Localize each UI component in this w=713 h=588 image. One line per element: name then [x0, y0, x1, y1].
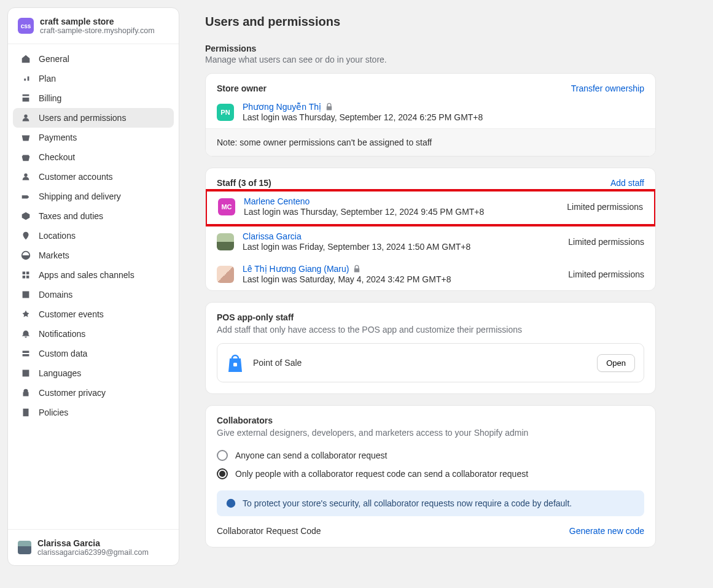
staff-row[interactable]: Clarissa GarciaLast login was Friday, Se…: [206, 225, 655, 258]
store-badge: css: [18, 18, 34, 34]
pos-sub: Add staff that only have access to the P…: [217, 325, 644, 335]
sidebar-item-shipping-and-delivery[interactable]: Shipping and delivery: [13, 187, 174, 206]
collab-opt2-label: Only people with a collaborator request …: [235, 469, 528, 479]
nav-icon: [20, 309, 31, 320]
sidebar-item-label: Locations: [39, 231, 76, 241]
sidebar-item-label: Domains: [39, 290, 72, 300]
store-name: craft sample store: [40, 17, 155, 26]
staff-last-login: Last login was Friday, September 13, 202…: [243, 242, 559, 252]
sidebar-item-locations[interactable]: Locations: [13, 226, 174, 246]
sidebar-item-plan[interactable]: Plan: [13, 69, 174, 88]
owner-note: Note: some owner permissions can't be as…: [206, 128, 655, 156]
collaborators-card: Collaborators Give external designers, d…: [205, 405, 656, 547]
sidebar-item-label: Billing: [39, 93, 61, 103]
nav-icon: [20, 348, 31, 359]
owner-last-login: Last login was Thursday, September 12, 2…: [243, 112, 644, 122]
sidebar-item-label: Customer events: [39, 309, 104, 319]
nav-icon: [20, 93, 31, 104]
sidebar-item-label: Checkout: [39, 152, 75, 162]
sidebar-item-billing[interactable]: Billing: [13, 88, 174, 108]
staff-avatar: MC: [218, 198, 235, 215]
nav-icon: [20, 132, 31, 143]
owner-name-link[interactable]: Phương Nguyễn Thị: [243, 102, 644, 112]
page-title: Users and permissions: [205, 15, 656, 29]
sidebar-item-label: Custom data: [39, 349, 87, 358]
staff-title: Staff (3 of 15): [217, 178, 271, 188]
open-pos-button[interactable]: Open: [597, 354, 635, 372]
staff-name-link[interactable]: Marlene Centeno: [244, 196, 558, 206]
sidebar-item-label: Notifications: [39, 329, 85, 339]
collab-option-code-only[interactable]: Only people with a collaborator request …: [217, 465, 644, 483]
svg-rect-0: [233, 363, 237, 366]
sidebar-item-label: Taxes and duties: [39, 211, 103, 221]
staff-permission-label: Limited permissions: [567, 202, 643, 212]
nav-icon: [20, 152, 31, 163]
nav-icon: [20, 73, 31, 84]
collab-opt1-label: Anyone can send a collaborator request: [235, 451, 388, 460]
sidebar-item-markets[interactable]: Markets: [13, 246, 174, 265]
staff-row[interactable]: MCMarlene CentenoLast login was Thursday…: [205, 189, 656, 226]
staff-card: Staff (3 of 15) Add staff MCMarlene Cent…: [205, 168, 656, 291]
permissions-sub: Manage what users can see or do in your …: [205, 55, 656, 64]
nav-icon: [20, 368, 31, 379]
sidebar-item-checkout[interactable]: Checkout: [13, 147, 174, 167]
settings-sidebar: css craft sample store craft-sample-stor…: [7, 7, 179, 566]
sidebar-item-languages[interactable]: Languages: [13, 363, 174, 383]
current-user-email: clarissagarcia62399@gmail.com: [37, 548, 149, 557]
radio-icon: [217, 468, 228, 479]
owner-avatar: PN: [217, 104, 234, 121]
sidebar-item-domains[interactable]: Domains: [13, 285, 174, 304]
store-owner-title: Store owner: [217, 83, 267, 93]
lock-icon: [325, 103, 333, 111]
sidebar-item-label: Markets: [39, 250, 69, 260]
sidebar-user[interactable]: Clarissa Garcia clarissagarcia62399@gmai…: [8, 529, 179, 565]
staff-permission-label: Limited permissions: [568, 237, 644, 247]
sidebar-item-customer-accounts[interactable]: Customer accounts: [13, 167, 174, 187]
sidebar-item-label: Plan: [39, 74, 56, 83]
collab-security-banner: To protect your store's security, all co…: [217, 490, 644, 516]
current-user-name: Clarissa Garcia: [37, 538, 149, 548]
info-icon: [225, 498, 236, 509]
staff-name-link[interactable]: Clarissa Garcia: [243, 231, 559, 241]
sidebar-item-label: Languages: [39, 368, 81, 378]
pos-channel-row: Point of Sale Open: [217, 343, 644, 382]
generate-code-link[interactable]: Generate new code: [569, 526, 644, 536]
sidebar-item-payments[interactable]: Payments: [13, 128, 174, 147]
sidebar-item-label: Shipping and delivery: [39, 191, 121, 201]
pos-title: POS app-only staff: [217, 312, 644, 322]
sidebar-item-label: Customer privacy: [39, 388, 106, 398]
add-staff-link[interactable]: Add staff: [610, 178, 644, 188]
sidebar-item-notifications[interactable]: Notifications: [13, 324, 174, 344]
sidebar-item-users-and-permissions[interactable]: Users and permissions: [13, 108, 174, 128]
sidebar-item-custom-data[interactable]: Custom data: [13, 344, 174, 363]
staff-name-link[interactable]: Lê Thị Hương Giang (Maru): [243, 264, 559, 274]
shopping-bag-icon: [226, 352, 244, 373]
staff-last-login: Last login was Thursday, September 12, 2…: [244, 207, 558, 217]
nav-icon: [20, 328, 31, 339]
store-header[interactable]: css craft sample store craft-sample-stor…: [8, 8, 179, 44]
transfer-ownership-link[interactable]: Transfer ownership: [571, 83, 644, 93]
sidebar-item-customer-events[interactable]: Customer events: [13, 304, 174, 324]
staff-row[interactable]: Lê Thị Hương Giang (Maru)Last login was …: [206, 258, 655, 290]
nav-icon: [20, 171, 31, 182]
main-content: Users and permissions Permissions Manage…: [194, 7, 710, 566]
lock-icon: [353, 265, 361, 273]
collab-banner-text: To protect your store's security, all co…: [243, 498, 572, 508]
sidebar-item-policies[interactable]: Policies: [13, 403, 174, 422]
nav-icon: [20, 53, 31, 64]
settings-nav: GeneralPlanBillingUsers and permissionsP…: [8, 44, 179, 529]
sidebar-item-apps-and-sales-channels[interactable]: Apps and sales channels: [13, 265, 174, 285]
sidebar-item-taxes-and-duties[interactable]: Taxes and duties: [13, 206, 174, 226]
nav-icon: [20, 289, 31, 300]
collab-option-anyone[interactable]: Anyone can send a collaborator request: [217, 446, 644, 465]
sidebar-item-general[interactable]: General: [13, 49, 174, 69]
pos-label: Point of Sale: [253, 358, 588, 368]
sidebar-item-label: Policies: [39, 408, 68, 417]
sidebar-item-customer-privacy[interactable]: Customer privacy: [13, 383, 174, 403]
owner-row[interactable]: PN Phương Nguyễn Thị Last login was Thur…: [206, 96, 655, 128]
pos-staff-card: POS app-only staff Add staff that only h…: [205, 302, 656, 394]
nav-icon: [20, 387, 31, 398]
staff-permission-label: Limited permissions: [568, 269, 644, 279]
collab-title: Collaborators: [217, 416, 644, 425]
nav-icon: [20, 407, 31, 418]
